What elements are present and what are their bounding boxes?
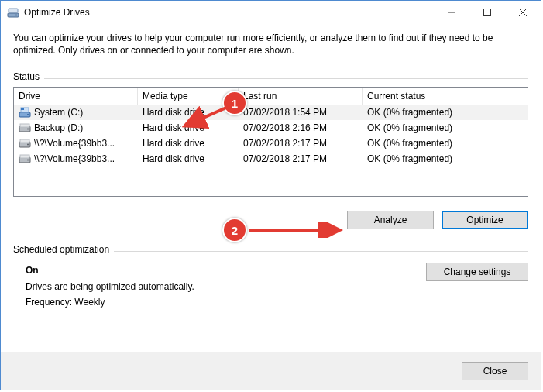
- col-status[interactable]: Current status: [363, 88, 528, 105]
- status-legend: Status: [13, 71, 44, 82]
- col-drive[interactable]: Drive: [14, 88, 138, 105]
- cell-drive: Backup (D:): [14, 122, 138, 134]
- titlebar: Optimize Drives: [1, 1, 541, 24]
- svg-point-16: [27, 160, 29, 161]
- scheduled-legend: Scheduled optimization: [13, 244, 114, 255]
- analyze-button[interactable]: Analyze: [347, 211, 434, 229]
- minimize-button[interactable]: [434, 1, 469, 24]
- table-row[interactable]: \\?\Volume{39bb3...Hard disk drive07/02/…: [14, 136, 528, 151]
- scheduled-group: Scheduled optimization On Drives are bei…: [13, 251, 528, 310]
- svg-rect-9: [20, 124, 29, 127]
- cell-status: OK (0% fragmented): [363, 122, 528, 133]
- scheduled-frequency: Frequency: Weekly: [26, 294, 194, 310]
- cell-media: Hard disk drive: [138, 153, 239, 164]
- svg-rect-1: [9, 9, 18, 12]
- svg-point-2: [15, 15, 17, 16]
- svg-point-13: [27, 144, 29, 146]
- cell-media: Hard disk drive: [138, 138, 239, 149]
- list-rows: System (C:)Hard disk drive07/02/2018 1:5…: [14, 105, 528, 167]
- close-button[interactable]: Close: [462, 362, 528, 380]
- scheduled-on: On: [26, 263, 194, 278]
- col-last[interactable]: Last run: [239, 88, 363, 105]
- maximize-button[interactable]: [469, 1, 505, 24]
- footer: Close: [1, 352, 541, 390]
- list-header: Drive Media type Last run Current status: [14, 88, 528, 105]
- drive-list[interactable]: Drive Media type Last run Current status…: [13, 87, 528, 197]
- cell-media: Hard disk drive: [138, 122, 239, 133]
- table-row[interactable]: \\?\Volume{39bb3...Hard disk drive07/02/…: [14, 151, 528, 167]
- optimize-button[interactable]: Optimize: [442, 211, 528, 229]
- change-settings-button[interactable]: Change settings: [426, 263, 528, 281]
- svg-point-7: [27, 114, 29, 115]
- scheduled-info: On Drives are being optimized automatica…: [13, 263, 194, 310]
- window-title: Optimize Drives: [24, 7, 90, 18]
- cell-last: 07/02/2018 2:17 PM: [239, 153, 363, 164]
- optimize-drives-window: Optimize Drives You can optimize your dr…: [0, 0, 541, 390]
- cell-status: OK (0% fragmented): [363, 138, 528, 149]
- svg-rect-3: [484, 9, 491, 16]
- col-media[interactable]: Media type: [138, 88, 239, 105]
- close-window-button[interactable]: [505, 1, 541, 24]
- svg-rect-6: [21, 108, 24, 110]
- svg-rect-15: [20, 155, 29, 158]
- description-text: You can optimize your drives to help you…: [13, 32, 528, 57]
- cell-last: 07/02/2018 2:16 PM: [239, 122, 363, 133]
- cell-last: 07/02/2018 2:17 PM: [239, 138, 363, 149]
- cell-media: Hard disk drive: [138, 107, 239, 118]
- table-row[interactable]: System (C:)Hard disk drive07/02/2018 1:5…: [14, 105, 528, 120]
- cell-last: 07/02/2018 1:54 PM: [239, 107, 363, 118]
- cell-drive: System (C:): [14, 106, 138, 119]
- svg-rect-12: [20, 139, 29, 143]
- window-body: You can optimize your drives to help you…: [1, 24, 541, 352]
- status-group: Status Drive Media type Last run Current…: [13, 78, 528, 229]
- scheduled-desc: Drives are being optimized automatically…: [26, 279, 194, 294]
- cell-drive: \\?\Volume{39bb3...: [14, 153, 138, 165]
- table-row[interactable]: Backup (D:)Hard disk drive07/02/2018 2:1…: [14, 120, 528, 136]
- cell-status: OK (0% fragmented): [363, 107, 528, 118]
- app-icon: [7, 6, 19, 19]
- cell-drive: \\?\Volume{39bb3...: [14, 137, 138, 150]
- status-actions: Analyze Optimize: [13, 211, 528, 229]
- cell-status: OK (0% fragmented): [363, 153, 528, 164]
- svg-point-10: [27, 129, 29, 130]
